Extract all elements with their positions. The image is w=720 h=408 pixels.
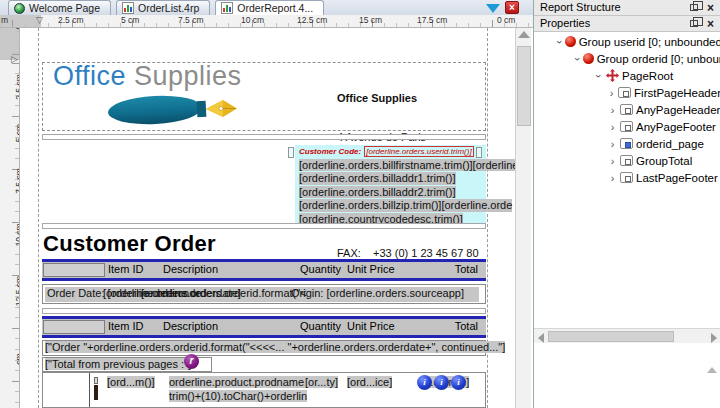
band-icon <box>620 155 633 166</box>
tree-item-group-userid[interactable]: › Group userid [0; unbounded] <box>534 33 720 50</box>
report-designer-window: Welcome Page OrderList.4rp OrderReport.4… <box>0 0 720 408</box>
tree-item-lastpagefooter[interactable]: › LastPageFooter <box>534 169 720 186</box>
chevron-right-icon[interactable]: › <box>608 172 617 184</box>
order-date-row[interactable]: Order Date: [orderline.orders.orderdate]… <box>42 284 486 304</box>
right-dock: Report Structure × › OrderReport.4rp › G… <box>533 0 720 408</box>
origin-field[interactable]: Origin: [orderline.orders.sourceapp] <box>291 287 464 299</box>
chevron-right-icon[interactable]: › <box>608 104 617 116</box>
report-title[interactable]: Customer Order <box>43 231 216 257</box>
detail-band[interactable]: [ord...m()] orderline.product.prodname. … <box>42 372 486 408</box>
letterhead-band[interactable]: Office Supplies Office Supplies 4 Avenue… <box>42 62 486 131</box>
column-header[interactable]: Item ID <box>108 263 143 275</box>
quantity-field[interactable]: [or...ty] <box>305 376 338 388</box>
close-panel-icon[interactable]: × <box>707 1 714 16</box>
tree-item-label: AnyPageFooter <box>636 121 716 133</box>
ruler-marker-icon[interactable]: ▽ <box>36 15 43 25</box>
scroll-up-icon[interactable] <box>518 31 530 38</box>
tab-orderreport[interactable]: OrderReport.4... <box>215 0 324 15</box>
table-header-row[interactable]: Item ID Description Quantity Unit Price … <box>42 259 486 281</box>
column-header[interactable]: Unit Price <box>347 263 395 275</box>
tree-item-firstpageheader[interactable]: › FirstPageHeader <box>534 84 720 101</box>
report-structure-tree: › OrderReport.4rp › Group userid [0; unb… <box>534 16 720 328</box>
column-header[interactable]: Description <box>163 320 218 332</box>
prodname-field-line1[interactable]: orderline.product.prodname. <box>169 376 307 388</box>
ruler-label: 10 cm <box>241 15 264 25</box>
billing-field[interactable]: [orderline.orders.billzip.trim()][orderl… <box>299 199 512 211</box>
fax-line: FAX: +33 (0) 1 23 45 67 80 <box>337 247 479 260</box>
order-id-field[interactable]: [orderline.orders.orderid.format("< <box>141 287 307 299</box>
billing-field[interactable]: [orderline.orders.billaddr1.trim()] <box>299 172 456 184</box>
scrollbar-thumb[interactable] <box>517 46 531 126</box>
header-spacer-cell[interactable] <box>43 320 105 334</box>
info-icon[interactable]: i <box>417 375 432 390</box>
column-header[interactable]: Description <box>163 263 218 275</box>
chevron-right-icon[interactable]: › <box>608 121 617 133</box>
chevron-down-icon[interactable]: › <box>572 57 584 61</box>
chevron-down-icon[interactable]: › <box>593 71 605 80</box>
column-header[interactable]: Quantity <box>300 320 341 332</box>
chevron-right-icon[interactable]: › <box>608 155 617 167</box>
customer-code-field[interactable]: Customer Code:[orderline.orders.userid.t… <box>299 147 474 156</box>
band-separator[interactable] <box>42 308 486 314</box>
tree-item-label: PageRoot <box>622 70 673 82</box>
chevron-right-icon[interactable]: › <box>608 138 617 150</box>
tab-label: OrderList.4rp <box>138 2 199 14</box>
band-separator[interactable] <box>42 134 486 140</box>
item-id-field[interactable]: [ord...m()] <box>107 376 155 388</box>
report-variable-icon[interactable]: r <box>184 354 199 369</box>
properties-panel-body <box>534 362 720 408</box>
tree-horizontal-scrollbar[interactable] <box>534 328 720 343</box>
tree-item-grouptotal[interactable]: › GroupTotal <box>534 152 720 169</box>
order-header-row[interactable]: ["Order "+orderline.orders.orderid.forma… <box>42 340 486 356</box>
band-separator[interactable] <box>42 223 486 229</box>
header-spacer-cell[interactable] <box>43 263 105 277</box>
tab-orderlist[interactable]: OrderList.4rp <box>116 0 210 15</box>
tree-item-group-orderid[interactable]: › Group orderid [0; unbounded] <box>534 50 720 67</box>
ruler-marker-icon[interactable]: ▷ <box>11 54 18 64</box>
tree-item-anypageheader[interactable]: › AnyPageHeader <box>534 101 720 118</box>
ruler-label: 7.5 cm <box>178 15 204 25</box>
chevron-right-icon[interactable]: › <box>608 87 615 99</box>
info-icon[interactable]: i <box>451 375 466 390</box>
report-design-canvas[interactable]: Office Supplies Office Supplies 4 Avenue… <box>20 28 515 408</box>
tree-item-anypagefooter[interactable]: › AnyPageFooter <box>534 118 720 135</box>
order-header-field[interactable]: ["Order "+orderline.orders.orderid.forma… <box>45 341 505 353</box>
ruler-label: 2.5 cm <box>58 15 84 25</box>
prodname-field-line2[interactable]: trim()+(10).toChar()+orderlin <box>169 390 307 402</box>
column-header[interactable]: Total <box>455 320 478 332</box>
userid-field[interactable]: [orderline.orders.userid.trim()] <box>364 146 473 157</box>
unit-price-field[interactable]: [ord...ice] <box>347 376 392 388</box>
column-header[interactable]: Unit Price <box>347 320 395 332</box>
band-icon <box>620 172 633 183</box>
tree-item-orderid-page[interactable]: › orderid_page <box>534 135 720 152</box>
tab-list-dropdown-icon[interactable] <box>486 4 500 13</box>
scroll-left-icon[interactable] <box>538 333 544 343</box>
float-panel-icon[interactable] <box>690 20 698 27</box>
tree-item-pageroot[interactable]: › PageRoot <box>534 67 720 84</box>
ruler-label: 5 cm <box>121 15 139 25</box>
vertical-ruler: 0 2.5 cm 5 cm 7.5 cm 10 cm 12.5 cm cm ▷ <box>0 28 20 408</box>
close-tab-button[interactable]: × <box>505 1 519 14</box>
info-icon[interactable]: i <box>434 375 449 390</box>
tab-welcome-page[interactable]: Welcome Page <box>8 0 111 15</box>
tree-item-label: orderid_page <box>636 138 704 150</box>
billing-field[interactable]: [orderline.orders.billfirstname.trim()][… <box>299 159 515 171</box>
total-previous-field[interactable]: ["Total from previous pages :"] <box>45 358 191 370</box>
billing-field[interactable]: [orderline.orders.billaddr2.trim()] <box>299 186 456 198</box>
globe-icon <box>14 3 25 14</box>
selection-handle[interactable] <box>476 147 482 158</box>
pageroot-icon <box>606 69 619 82</box>
close-panel-icon[interactable]: × <box>707 17 714 32</box>
scrollbar-thumb[interactable] <box>548 331 674 342</box>
canvas-vertical-scrollbar[interactable] <box>515 28 531 408</box>
column-header[interactable]: Item ID <box>108 320 143 332</box>
chevron-down-icon[interactable]: › <box>554 40 566 44</box>
scroll-right-icon[interactable] <box>711 333 717 343</box>
column-header[interactable]: Total <box>455 263 478 275</box>
column-header[interactable]: Quantity <box>300 263 341 275</box>
pin-icon[interactable] <box>93 377 99 401</box>
table-header-row[interactable]: Item ID Description Quantity Unit Price … <box>42 316 486 338</box>
float-panel-icon[interactable] <box>690 4 698 11</box>
scroll-up-icon[interactable] <box>707 367 717 373</box>
selection-handle[interactable] <box>288 147 294 158</box>
